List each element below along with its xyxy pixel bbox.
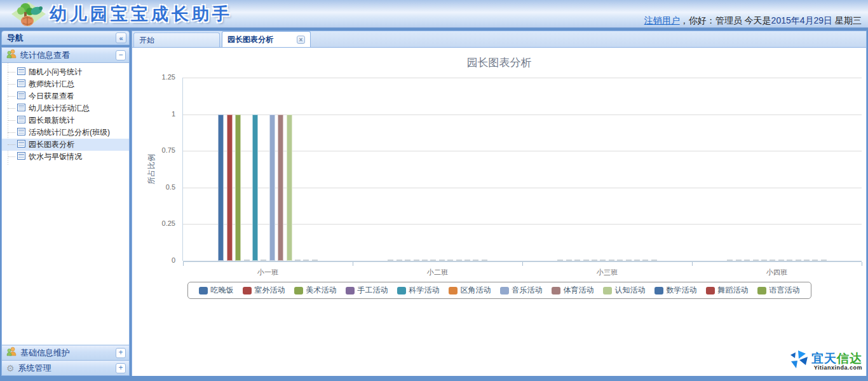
tab-start[interactable]: 开始: [133, 32, 220, 47]
logout-link[interactable]: 注销用户: [644, 15, 680, 25]
legend-item[interactable]: 科学活动: [397, 285, 440, 296]
legend-item[interactable]: 室外活动: [243, 285, 285, 296]
sidebar-item-label: 随机小问号统计: [29, 67, 82, 78]
legend-swatch: [706, 287, 715, 294]
legend-swatch: [346, 287, 355, 294]
legend-item[interactable]: 吃晚饭: [199, 285, 234, 296]
legend-label: 手工活动: [358, 285, 388, 296]
chart-bar: [465, 260, 470, 261]
sidebar-header: 导航 «: [1, 31, 130, 45]
report-icon: [17, 128, 25, 137]
y-gridline: [183, 78, 862, 78]
chart-bar: [804, 260, 810, 261]
tab-principal-chart-analysis[interactable]: 园长图表分析 ×: [222, 31, 311, 47]
sidebar-item-children-activity-summary[interactable]: 幼儿统计活动汇总: [2, 102, 129, 114]
sidebar-item-label: 教师统计汇总: [29, 79, 74, 90]
pinwheel-logo-icon: [788, 349, 810, 373]
chart-title: 园长图表分析: [132, 55, 866, 70]
expand-section-button[interactable]: +: [116, 363, 126, 373]
legend-item[interactable]: 手工活动: [346, 285, 388, 296]
sidebar-item-activity-summary-by-class[interactable]: 活动统计汇总分析(班级): [2, 127, 129, 139]
section-label-system-admin: 系统管理: [18, 363, 112, 374]
chart-bar: [574, 260, 580, 261]
greeting-text: ，你好：管理员 今天是: [680, 15, 771, 25]
sidebar-item-today-stars[interactable]: 今日获星查看: [2, 90, 129, 102]
legend-item[interactable]: 认知活动: [603, 285, 646, 296]
legend-label: 美术活动: [306, 285, 337, 296]
tab-label: 开始: [139, 35, 154, 46]
legend-item[interactable]: 音乐活动: [500, 285, 543, 296]
chart-bar: [609, 260, 614, 261]
chart-bar: [812, 260, 818, 261]
chart-area: 园长图表分析 所占比例 吃晚饭室外活动美术活动手工活动科学活动区角活动音乐活动体…: [132, 48, 866, 376]
report-icon: [17, 104, 25, 113]
sidebar-spacer: [2, 165, 129, 345]
legend-swatch: [603, 287, 612, 294]
chart-bar: [753, 260, 759, 261]
legend-label: 认知活动: [615, 285, 646, 296]
legend-item[interactable]: 数学活动: [654, 285, 697, 296]
y-tick-label: 0.75: [132, 146, 175, 154]
chart-bar: [566, 260, 572, 261]
sidebar-title: 导航: [7, 32, 116, 44]
sidebar-collapse-button[interactable]: «: [116, 32, 126, 43]
chart-bar: [287, 114, 292, 261]
vendor-logo-link[interactable]: 宜天信达 Yitianxinda.com: [788, 349, 862, 373]
x-category-label: 小四班: [739, 268, 815, 277]
section-header-basic-info[interactable]: 基础信息维护 +: [2, 345, 129, 360]
chart-bar: [261, 260, 266, 261]
chart-bar: [796, 260, 801, 261]
current-date: 2015年4月29日: [771, 15, 833, 25]
y-tick-label: 0.5: [132, 183, 175, 191]
vendor-logo-text: 宜天信达 Yitianxinda.com: [811, 352, 862, 371]
sidebar: 导航 « 统计信息查看 − 随机小问号统计 教: [1, 31, 130, 376]
legend-item[interactable]: 体育活动: [552, 285, 594, 296]
chart-bar: [303, 260, 309, 261]
legend-item[interactable]: 语言活动: [757, 285, 800, 296]
x-axis-tick: [692, 262, 693, 266]
x-axis-tick: [353, 262, 353, 266]
legend-swatch: [199, 287, 208, 294]
legend-label: 室外活动: [255, 285, 285, 296]
y-tick-label: 1.25: [132, 73, 175, 81]
expand-section-button[interactable]: +: [116, 348, 126, 358]
sidebar-item-label: 饮水与早饭情况: [29, 151, 82, 162]
section-header-system-admin[interactable]: ⚙ 系统管理 +: [2, 360, 129, 375]
y-gridline: [183, 188, 862, 188]
chart-bar: [397, 260, 402, 261]
sidebar-item-water-breakfast[interactable]: 饮水与早饭情况: [2, 151, 129, 163]
chart-bar: [269, 114, 275, 261]
app-title: 幼儿园宝宝成长助手: [50, 3, 233, 25]
collapse-section-button[interactable]: −: [116, 50, 126, 60]
legend-label: 吃晚饭: [211, 285, 234, 296]
x-axis-tick: [183, 262, 184, 266]
legend-item[interactable]: 区角活动: [449, 285, 491, 296]
tab-content: 园长图表分析 所占比例 吃晚饭室外活动美术活动手工活动科学活动区角活动音乐活动体…: [132, 48, 866, 376]
sidebar-item-principal-latest-stats[interactable]: 园长最新统计: [2, 114, 129, 127]
legend-item[interactable]: 舞蹈活动: [706, 285, 749, 296]
chart-bar: [456, 260, 462, 261]
legend-item[interactable]: 美术活动: [294, 285, 337, 296]
sidebar-item-label: 幼儿统计活动汇总: [29, 103, 90, 114]
legend-swatch: [654, 287, 663, 294]
sidebar-item-random-question-stats[interactable]: 随机小问号统计: [2, 66, 129, 78]
sidebar-item-label: 活动统计汇总分析(班级): [29, 127, 110, 138]
sidebar-item-principal-chart-analysis[interactable]: 园长图表分析: [2, 139, 129, 151]
legend-swatch: [397, 287, 406, 294]
report-icon: [17, 92, 25, 101]
chart-bar: [422, 260, 428, 261]
chart-bar: [634, 260, 640, 261]
vendor-domain: Yitianxinda.com: [811, 364, 862, 371]
chart-bar: [736, 260, 742, 261]
sidebar-item-teacher-stats[interactable]: 教师统计汇总: [2, 78, 129, 90]
section-header-statistics[interactable]: 统计信息查看 −: [2, 48, 129, 63]
chart-bar: [414, 260, 419, 261]
legend-swatch: [500, 287, 509, 294]
y-gridline: [183, 151, 862, 151]
chart-legend: 吃晚饭室外活动美术活动手工活动科学活动区角活动音乐活动体育活动认知活动数学活动舞…: [187, 282, 811, 299]
legend-label: 区角活动: [461, 285, 491, 296]
user-info-bar: 注销用户，你好：管理员 今天是2015年4月29日 星期三: [644, 15, 862, 27]
chart-bar: [244, 260, 250, 261]
sidebar-tree: 随机小问号统计 教师统计汇总 今日获星查看 幼儿统计活动汇总 园长最新统计 活动…: [2, 63, 129, 165]
close-tab-icon[interactable]: ×: [297, 36, 305, 44]
